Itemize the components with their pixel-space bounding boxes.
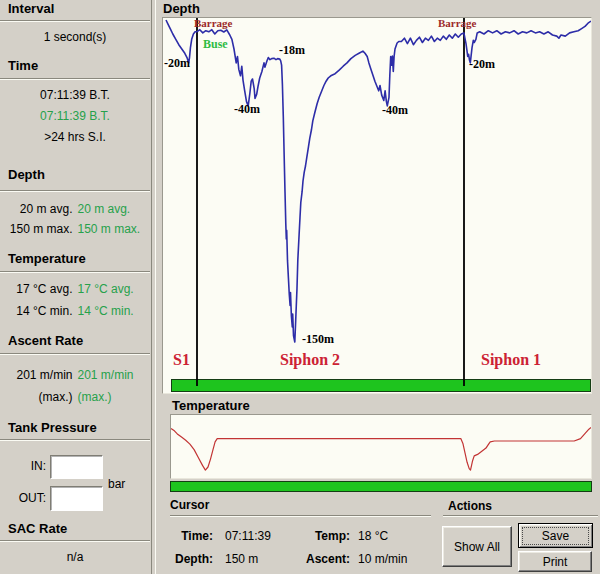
temperature-surface-bar <box>170 481 592 492</box>
chart-annotation: -40m <box>382 104 408 116</box>
temperature-chart[interactable] <box>170 414 592 479</box>
stat-row-temperature-0: 17 °C avg.17 °C avg. <box>0 283 150 296</box>
chart-annotation: Buse <box>203 38 228 50</box>
actions-section-title: Actions <box>448 499 492 513</box>
stat-row-ascent-rate-1: (max.)(max.) <box>0 391 150 404</box>
show-all-button[interactable]: Show All <box>442 526 512 567</box>
cursor-ascent-value: 10 m/min <box>358 552 407 566</box>
chart-annotation: -40m <box>234 103 260 115</box>
sidebar-section-title-temperature: Temperature <box>8 251 86 266</box>
chart-annotation: S1 <box>173 352 190 368</box>
tank-out-label: OUT: <box>0 491 46 505</box>
stat-value: 201 m/min <box>16 369 72 382</box>
cursor-depth-label: Depth: <box>168 552 213 566</box>
depth-profile-line <box>166 20 591 342</box>
stat-row-depth-1: 150 m max.150 m max. <box>0 223 150 236</box>
stat-value: 20 m avg. <box>78 203 131 216</box>
stat-value: 07:11:39 B.T. <box>40 110 110 123</box>
stat-value: 20 m avg. <box>20 203 73 216</box>
section-divider <box>0 190 150 192</box>
sidebar-splitter[interactable] <box>151 0 156 574</box>
cursor-temp-value: 18 °C <box>358 529 388 543</box>
stat-row-time-2: >24 hrs S.I. <box>0 131 150 144</box>
stat-row-time-0: 07:11:39 B.T. <box>0 89 150 102</box>
stat-value: n/a <box>67 551 84 564</box>
temperature-chart-title: Temperature <box>172 398 250 413</box>
depth-chart-title: Depth <box>163 1 200 16</box>
stat-row-time-1: 07:11:39 B.T. <box>0 110 150 123</box>
stat-value: 14 °C min. <box>16 305 72 318</box>
cursor-temp-label: Temp: <box>280 529 350 543</box>
tank-out-input[interactable] <box>50 486 103 511</box>
stat-value: 17 °C avg. <box>16 283 72 296</box>
chart-annotation: -150m <box>302 333 334 345</box>
section-divider <box>0 271 150 273</box>
cursor-ascent-label: Ascent: <box>280 552 350 566</box>
stats-sidebar: IN: bar OUT: Interval1 second(s)Time07:1… <box>0 0 150 574</box>
stat-value: (max.) <box>78 391 112 404</box>
chart-annotation: -20m <box>469 58 495 70</box>
cursor-section-title: Cursor <box>170 498 209 512</box>
tank-in-label: IN: <box>0 459 46 473</box>
section-divider <box>0 78 150 80</box>
stat-value: 150 m max. <box>10 223 73 236</box>
save-button[interactable]: Save <box>518 523 593 548</box>
stat-value: 150 m max. <box>78 223 141 236</box>
print-button[interactable]: Print <box>518 551 592 572</box>
temperature-plot <box>171 415 591 478</box>
section-divider <box>0 439 150 441</box>
stat-row-interval-0: 1 second(s) <box>0 31 150 44</box>
stat-value: 14 °C min. <box>78 305 134 318</box>
cursor-time-label: Time: <box>168 529 213 543</box>
chart-annotation: Siphon 1 <box>481 352 541 368</box>
sidebar-section-title-sac-rate: SAC Rate <box>8 521 67 536</box>
sidebar-section-title-depth: Depth <box>8 167 45 182</box>
chart-annotation: Siphon 2 <box>280 352 340 368</box>
stat-value: 1 second(s) <box>44 31 107 44</box>
stat-value: (max.) <box>39 391 73 404</box>
sidebar-section-title-interval: Interval <box>8 1 54 16</box>
chart-annotation: -20m <box>164 57 190 69</box>
tank-unit-label: bar <box>108 477 125 491</box>
sidebar-section-title-ascent-rate: Ascent Rate <box>8 333 83 348</box>
section-divider <box>0 540 150 542</box>
stat-value: 17 °C avg. <box>78 283 134 296</box>
stat-value: 201 m/min <box>78 369 134 382</box>
stat-row-sac-rate-0: n/a <box>0 551 150 564</box>
stat-row-temperature-1: 14 °C min.14 °C min. <box>0 305 150 318</box>
sidebar-section-title-time: Time <box>8 58 38 73</box>
stat-row-ascent-rate-0: 201 m/min201 m/min <box>0 369 150 382</box>
actions-divider <box>443 515 598 517</box>
stat-value: >24 hrs S.I. <box>44 131 106 144</box>
section-divider <box>0 353 150 355</box>
chart-annotation: Barrage <box>438 18 476 29</box>
chart-annotation: -18m <box>279 44 305 56</box>
temperature-line <box>171 428 591 471</box>
cursor-time-value: 07:11:39 <box>225 529 271 543</box>
cursor-depth-value: 150 m <box>225 552 258 566</box>
depth-chart[interactable]: BarrageBuse-20m-40m-18m-150m-40mBarrage-… <box>162 17 592 394</box>
stat-value: 07:11:39 B.T. <box>40 89 110 102</box>
save-button-label: Save <box>522 527 589 545</box>
stat-row-depth-0: 20 m avg.20 m avg. <box>0 203 150 216</box>
sidebar-section-title-tank-pressure: Tank Pressure <box>8 420 97 435</box>
cursor-divider <box>170 515 431 517</box>
chart-annotation: Barrage <box>194 18 232 29</box>
depth-profile-plot <box>163 18 591 393</box>
tank-in-input[interactable] <box>50 455 103 479</box>
section-divider <box>0 20 150 22</box>
dive-log-window: IN: bar OUT: Interval1 second(s)Time07:1… <box>0 0 600 574</box>
